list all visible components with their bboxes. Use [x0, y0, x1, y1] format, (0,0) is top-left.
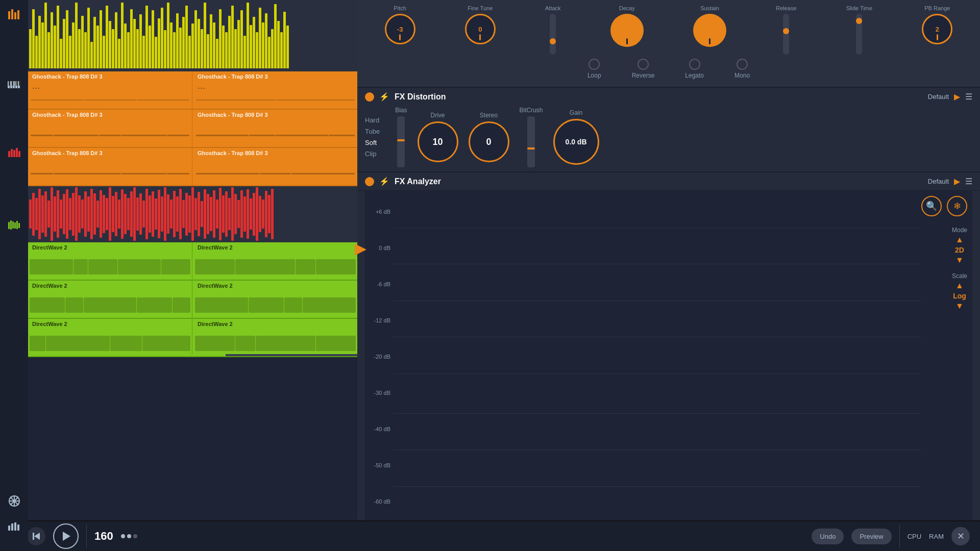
cpu-label: CPU	[908, 533, 921, 540]
dist-type-tube[interactable]: Tube	[365, 127, 380, 136]
scale-down[interactable]: ▼	[955, 302, 964, 311]
param-finetune: Fine Tune 0	[465, 5, 496, 44]
bias-slider[interactable]	[397, 116, 405, 167]
fx-distortion-arrow[interactable]: ▶	[954, 92, 960, 102]
fx-distortion-preset: Default	[928, 93, 949, 101]
legato-toggle[interactable]	[689, 59, 700, 70]
grid-line-2	[393, 264, 921, 264]
param-sustain: Sustain	[693, 5, 726, 47]
param-pbrange: PB Range 2	[922, 5, 952, 44]
undo-button[interactable]: Undo	[812, 529, 844, 544]
fx-gain-col: Gain 0.0 dB	[553, 109, 599, 165]
green-track-2[interactable]: DirectWave 2 DirectWave 2	[28, 281, 357, 319]
sidebar-icon-bars[interactable]	[5, 517, 23, 536]
nav-arrow[interactable]: ▶	[355, 239, 366, 257]
fx-distortion-menu[interactable]: ☰	[965, 92, 972, 102]
fx-analyzer-preset: Default	[928, 178, 949, 185]
stereo-knob[interactable]: 0	[469, 121, 509, 162]
slidetime-slider[interactable]	[856, 14, 862, 55]
orange-track-2[interactable]: Ghosthack - Trap 808 D# 3 Ghosthack - Tr…	[28, 110, 357, 148]
svg-rect-17	[18, 151, 20, 157]
distortion-type-selector: Hard Tube Soft Clip	[365, 115, 380, 159]
db-labels: +6 dB 0 dB -6 dB -12 dB -20 dB -30 dB -4…	[365, 191, 393, 522]
track-label-1b: Ghosthack - Trap 808 D# 3	[198, 73, 268, 80]
dist-type-soft[interactable]: Soft	[365, 138, 380, 147]
red-bars	[28, 186, 357, 242]
slidetime-thumb	[856, 18, 862, 24]
gain-knob[interactable]: 0.0 dB	[553, 119, 599, 165]
sidebar-icon-settings[interactable]	[5, 492, 23, 510]
grid-line-3	[393, 300, 921, 301]
finetune-knob[interactable]: 0	[465, 14, 496, 44]
pbrange-label: PB Range	[924, 5, 950, 11]
sidebar-icon-eq[interactable]	[5, 144, 23, 162]
param-row: Pitch -3 Fine Tune 0 Attack	[368, 5, 970, 55]
fx-drive-col: Drive 10	[418, 112, 458, 162]
dot-3	[133, 534, 137, 538]
green-track-label-3a: DirectWave 2	[32, 321, 67, 327]
mono-toggle[interactable]	[737, 59, 748, 70]
sustain-knob[interactable]	[693, 14, 726, 47]
stereo-label: Stereo	[480, 112, 498, 119]
reverse-toggle[interactable]	[638, 59, 649, 70]
green-track-1[interactable]: DirectWave 2 DirectWave 2	[28, 242, 357, 281]
analyzer-header: ⚡ FX Analyzer Default ▶ ☰	[357, 172, 980, 191]
attack-slider[interactable]	[550, 14, 556, 55]
progress-bar[interactable]	[28, 354, 357, 356]
bitcrush-slider[interactable]	[527, 116, 535, 167]
fx-distortion-title: FX Distortion	[395, 92, 923, 102]
orange-track-1[interactable]: Ghosthack - Trap 808 D# 3 ··· Ghosthack …	[28, 71, 357, 110]
analyzer-freeze-btn[interactable]: ❄	[947, 196, 967, 216]
mode-down[interactable]: ▼	[955, 256, 964, 265]
release-thumb	[783, 28, 789, 34]
toggle-reverse: Reverse	[632, 59, 655, 79]
analyzer-search-btn[interactable]: 🔍	[921, 196, 942, 216]
mode-value: 2D	[955, 246, 964, 254]
fx-distortion-power[interactable]	[365, 92, 374, 102]
drive-knob[interactable]: 10	[418, 121, 458, 162]
toggle-mono: Mono	[734, 59, 750, 79]
ctrl-indicator	[121, 534, 137, 538]
svg-rect-30	[11, 523, 13, 531]
grid-line-7	[393, 449, 921, 450]
fx-analyzer-power[interactable]	[365, 177, 374, 186]
dist-type-hard[interactable]: Hard	[365, 115, 380, 125]
svg-rect-18	[8, 222, 10, 229]
release-slider[interactable]	[783, 14, 789, 55]
db-label-n20: -20 dB	[365, 354, 393, 360]
pbrange-knob[interactable]: 2	[922, 14, 952, 44]
green-track-label-3b: DirectWave 2	[198, 321, 233, 327]
svg-rect-11	[16, 81, 18, 86]
left-panel: Ghosthack - Trap 808 D# 3 ··· Ghosthack …	[0, 0, 357, 551]
fx-analyzer-arrow[interactable]: ▶	[954, 177, 960, 186]
sidebar-icon-mixer[interactable]	[5, 5, 23, 23]
pitch-knob[interactable]: -3	[385, 14, 415, 44]
drive-value: 10	[432, 137, 443, 147]
yellow-waveform-track[interactable]	[28, 0, 357, 71]
decay-knob[interactable]	[610, 14, 644, 47]
svg-rect-33	[33, 533, 34, 540]
drive-label: Drive	[430, 112, 445, 119]
dist-type-clip[interactable]: Clip	[365, 149, 380, 159]
sidebar-icon-waves[interactable]	[5, 216, 23, 234]
red-waveform-track[interactable]	[28, 186, 357, 242]
back-to-start-button[interactable]	[27, 527, 45, 545]
right-panel: Pitch -3 Fine Tune 0 Attack	[357, 0, 980, 551]
play-button[interactable]	[53, 523, 79, 549]
svg-rect-15	[13, 150, 15, 157]
fx-analyzer-menu[interactable]: ☰	[965, 177, 972, 186]
toggle-loop: Loop	[587, 59, 601, 79]
decay-label: Decay	[619, 5, 635, 11]
mode-up[interactable]: ▲	[955, 235, 964, 244]
close-button[interactable]: ✕	[951, 527, 970, 545]
preview-button[interactable]: Preview	[851, 529, 891, 544]
param-decay: Decay	[610, 5, 644, 47]
sidebar-icon-piano[interactable]	[5, 77, 23, 95]
track-label-3b: Ghosthack - Trap 808 D# 3	[198, 150, 268, 156]
db-label-n40: -40 dB	[365, 426, 393, 432]
loop-toggle[interactable]	[589, 59, 600, 70]
scale-up[interactable]: ▲	[955, 281, 964, 290]
orange-track-3[interactable]: Ghosthack - Trap 808 D# 3 Ghosthack - Tr…	[28, 148, 357, 186]
bpm-display: 160	[94, 530, 113, 543]
green-track-3[interactable]: DirectWave 2 DirectWave 2	[28, 319, 357, 357]
